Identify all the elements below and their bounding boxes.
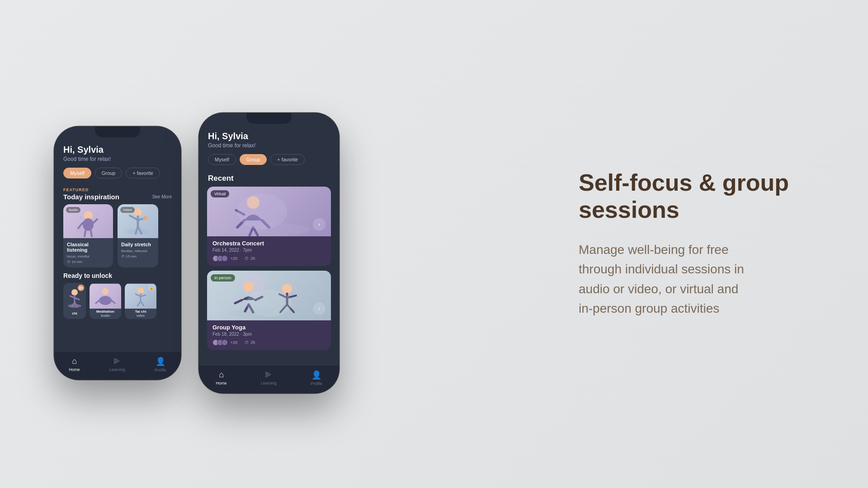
concert-title: Orchestra Concert <box>212 240 326 247</box>
main-description: Manage well-being for freethrough indivi… <box>579 240 814 319</box>
concert-duration-val: 2h <box>250 256 255 261</box>
nav-home-1[interactable]: ⌂ Home <box>69 357 80 372</box>
concert-duration: ⏱ 2h <box>245 256 255 261</box>
svg-point-18 <box>71 289 78 296</box>
svg-point-17 <box>68 304 81 308</box>
card-classical-duration: 10 min <box>71 260 82 264</box>
card-classical[interactable]: Audio ♪ ♫ <box>63 204 113 267</box>
yoga-duration-val: 2h <box>250 340 255 345</box>
concert-attendees: +20 <box>212 255 237 262</box>
yoga-tag: In person <box>211 274 235 282</box>
svg-point-28 <box>137 287 144 294</box>
card-stretch[interactable]: Video <box>118 204 158 267</box>
unlock-title: Ready to unlock <box>63 272 172 279</box>
concert-arrow[interactable]: › <box>313 218 326 231</box>
card-stretch-tag: Video <box>120 207 135 213</box>
svg-line-32 <box>137 301 141 306</box>
svg-point-25 <box>99 296 112 305</box>
clock-icon: ⏱ <box>67 260 71 264</box>
main-heading: Self-focus & group sessions <box>579 169 814 224</box>
svg-point-9 <box>127 229 149 235</box>
nav-profile-2[interactable]: 👤 Profile <box>311 370 322 386</box>
unlock-cards-row: 8+ <box>63 283 172 319</box>
concert-body: Orchestra Concert Feb 14, 2022 · 7pm +20 <box>207 236 331 266</box>
card-classical-body: Classical listening focus, mindful ⏱ 10 … <box>63 238 113 267</box>
see-more-btn[interactable]: See More <box>152 194 172 199</box>
phone-2-filters: Myself Group + favorite <box>208 154 330 165</box>
meditation-illustration <box>94 286 117 306</box>
filter-group[interactable]: Group <box>95 168 123 178</box>
yoga-plus-attendees: +20 <box>231 340 237 345</box>
card-stretch-body: Daily stretch flexible, relieved ⏱ 15 mi… <box>118 238 158 262</box>
yoga-title: Group Yoga <box>212 324 326 331</box>
card-stretch-title: Daily stretch <box>121 242 155 247</box>
concert-illustration: ♪ ♫ ♩ <box>217 187 321 236</box>
unlock-card-chi-partial[interactable]: 8+ <box>63 283 86 319</box>
library-icon-1: ⫸ <box>113 357 121 366</box>
filter-group-2[interactable]: Group <box>240 154 267 165</box>
svg-point-2 <box>83 218 94 231</box>
phone-2-greeting: Hi, Sylvia <box>208 131 330 141</box>
phone-2: Hi, Sylvia Good time for relax! Myself G… <box>199 113 339 393</box>
card-stretch-time: ⏱ 15 min <box>121 254 155 258</box>
filter-myself-2[interactable]: Myself <box>208 154 236 165</box>
svg-line-27 <box>112 300 115 303</box>
yoga-img: In person <box>207 271 331 320</box>
yoga-arrow[interactable]: › <box>313 302 326 315</box>
unlock-meditation-label: MeditationAudio <box>94 309 116 319</box>
home-icon-1: ⌂ <box>72 357 77 366</box>
svg-point-10 <box>134 208 142 216</box>
phone-2-screen: Hi, Sylvia Good time for relax! Myself G… <box>199 113 339 393</box>
nav-home-2[interactable]: ⌂ Home <box>216 370 227 386</box>
avatar-3 <box>222 255 228 262</box>
recent-card-yoga[interactable]: In person <box>207 271 331 350</box>
unlock-card-taichi[interactable]: 🔒 Tai c <box>125 283 156 319</box>
nav-profile-label-1: Profile <box>155 368 166 372</box>
card-stretch-duration: 15 min <box>126 254 137 258</box>
nav-home-label-1: Home <box>69 367 80 372</box>
card-classical-time: ⏱ 10 min <box>67 260 109 264</box>
yoga-duration: ⏱ 2h <box>245 340 255 345</box>
phone-2-bottom-nav: ⌂ Home ⫸ Learning 👤 Profile <box>199 365 339 393</box>
nav-profile-1[interactable]: 👤 Profile <box>155 357 166 372</box>
svg-line-5 <box>85 231 85 236</box>
nav-learning-2[interactable]: ⫸ Learning <box>261 370 277 386</box>
filter-favorite[interactable]: + favorite <box>126 168 160 178</box>
filter-myself[interactable]: Myself <box>63 168 91 178</box>
phones-container: Hi, Sylvia Good time for relax! Myself G… <box>54 113 339 393</box>
featured-label: FEATURED <box>54 183 181 193</box>
phone-1-screen: Hi, Sylvia Good time for relax! Myself G… <box>54 127 181 380</box>
svg-point-58 <box>246 290 292 317</box>
yoga-attendees: +20 <box>212 339 237 346</box>
svg-text:♫: ♫ <box>287 204 291 211</box>
concert-date: Feb 14, 2022 · 7pm <box>212 248 326 253</box>
avatar-6 <box>222 339 228 346</box>
phone-2-header: Hi, Sylvia Good time for relax! Myself G… <box>199 126 339 169</box>
svg-point-14 <box>143 216 147 221</box>
concert-avatars <box>212 255 228 262</box>
nav-learning-1[interactable]: ⫸ Learning <box>109 357 125 372</box>
concert-img: Virtual <box>207 187 331 236</box>
right-text-content: Self-focus & group sessions Manage well-… <box>542 169 814 318</box>
phone-1-filters: Myself Group + favorite <box>63 168 172 178</box>
unlock-section: Ready to unlock 8+ <box>54 267 181 321</box>
phone-2-subtitle: Good time for relax! <box>208 142 330 149</box>
svg-line-48 <box>235 300 242 303</box>
concert-tag: Virtual <box>211 190 229 197</box>
card-stretch-meta: flexible, relieved <box>121 249 155 253</box>
recent-card-concert[interactable]: Virtual <box>207 187 331 266</box>
unlock-card-meditation[interactable]: MeditationAudio <box>90 283 121 319</box>
card-stretch-img: Video <box>118 204 158 238</box>
phone-2-notch <box>246 113 292 124</box>
svg-point-24 <box>102 288 108 295</box>
library-icon-2: ⫸ <box>264 370 273 380</box>
concert-plus-attendees: +20 <box>231 256 237 261</box>
svg-line-30 <box>136 294 141 296</box>
featured-title: Today inspiration <box>63 193 119 201</box>
filter-favorite-2[interactable]: + favorite <box>270 154 305 165</box>
phone-1: Hi, Sylvia Good time for relax! Myself G… <box>54 127 181 380</box>
svg-line-33 <box>141 301 144 306</box>
nav-profile-label-2: Profile <box>311 381 322 386</box>
svg-point-52 <box>282 284 292 294</box>
svg-point-44 <box>237 193 287 230</box>
